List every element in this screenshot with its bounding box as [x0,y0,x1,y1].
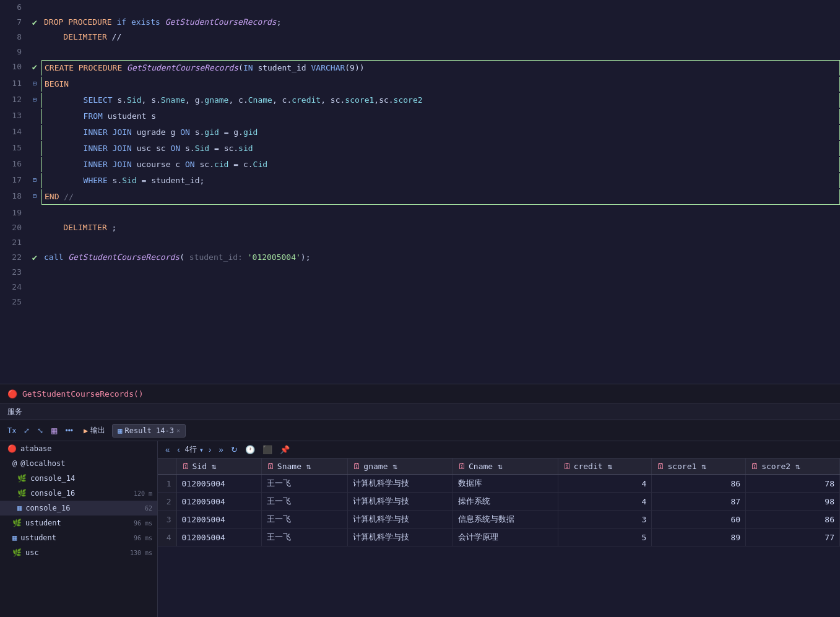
line-num-21: 21 [0,236,28,249]
sidebar-item-usc[interactable]: 🌿 usc 130 ms [0,545,157,560]
th-score2[interactable]: 🗓score2 ⇅ [746,459,840,475]
cell-sid: 012005004 [176,511,261,529]
leaf-icon-14: 🌿 [17,474,27,483]
cell-gname: 计算机科学与技 [348,529,453,546]
code-line-18: 18 ⊟ END // [0,189,840,205]
more-btn[interactable]: ••• [63,425,76,436]
result-toolbar: « ‹ 4行 ▾ › » ↻ 🕐 ⬛ 📌 [158,441,840,459]
line-content-11: BEGIN [41,77,840,92]
table-row: 1 012005004 王一飞 计算机科学与技 数据库 4 86 78 [158,475,840,493]
cell-cname: 会计学原理 [452,529,558,546]
first-page-btn[interactable]: « [163,444,172,455]
tab-result[interactable]: ▦ Result 14-3 ✕ [112,424,186,438]
line-content-16: INNER JOIN ucourse c ON sc.cid = c.Cid [41,157,840,172]
cell-cname: 操作系统 [452,493,558,511]
collapse-btn[interactable]: ⤡ [35,425,46,436]
services-label: 服务 [7,407,22,416]
cell-sid: 012005004 [176,475,261,493]
sidebar-item-console14[interactable]: 🌿 console_14 [0,471,157,486]
cell-gname: 计算机科学与技 [348,511,453,529]
code-line-6: 6 [0,0,840,15]
result-table: 🗓Sid ⇅ 🗓Sname ⇅ 🗓gname ⇅ 🗓Cname ⇅ 🗓credi… [158,459,840,546]
panel-icon: 🔴 [7,389,17,399]
grid-btn[interactable]: ▦ [48,425,60,436]
line-content-14: INNER JOIN ugrade g ON s.gid = g.gid [41,125,840,140]
line-num-8: 8 [0,30,28,44]
toolbar: Tx ⤢ ⤡ ▦ ••• ▶ 输出 ▦ Result 14-3 ✕ [0,420,840,441]
expand-btn[interactable]: ⤢ [21,425,32,436]
sidebar-label-ustudent-leaf: ustudent [25,519,61,527]
cell-gname: 计算机科学与技 [348,493,453,511]
table-row: 4 012005004 王一飞 计算机科学与技 会计学原理 5 89 77 [158,529,840,546]
cell-rownum: 1 [158,475,176,493]
sidebar-item-ustudent-leaf[interactable]: 🌿 ustudent 96 ms [0,516,157,530]
line-content-15: INNER JOIN usc sc ON s.Sid = sc.sid [41,141,840,156]
sidebar-label-localhost: @localhost [20,459,65,468]
line-num-17: 17 [0,173,28,187]
code-line-7: 7 ✔ DROP PROCEDURE if exists GetStudentC… [0,15,840,30]
badge-console16a: 120 m [134,490,152,497]
line-icon-11: ⊟ [28,77,41,90]
code-line-8: 8 DELIMITER // [0,30,840,45]
leaf-icon-16a: 🌿 [17,489,27,498]
line-num-24: 24 [0,280,28,294]
nav-controls: « ‹ 4行 ▾ › » ↻ 🕐 ⬛ 📌 [163,444,292,455]
bottom-panel: 🔴 GetStudentCourseRecords() 服务 Tx ⤢ ⤡ ▦ … [0,384,840,617]
table-icon-ustudent: ▦ [12,533,17,542]
output-icon: ▶ [84,426,88,435]
cell-sname: 王一飞 [261,475,347,493]
th-rownum [158,459,176,475]
th-sid[interactable]: 🗓Sid ⇅ [176,459,261,475]
tab-output[interactable]: ▶ 输出 [78,423,111,438]
next-page-btn[interactable]: › [206,444,214,455]
line-num-7: 7 [0,15,28,29]
line-num-18: 18 [0,189,28,203]
cell-credit: 4 [558,475,652,493]
row-count-dropdown[interactable]: ▾ [199,446,204,454]
line-content-12: SELECT s.Sid, s.Sname, g.gname, c.Cname,… [41,93,840,108]
cell-score2: 98 [746,493,840,511]
code-line-12: 12 ⊟ SELECT s.Sid, s.Sname, g.gname, c.C… [0,92,840,108]
th-score1[interactable]: 🗓score1 ⇅ [652,459,746,475]
th-gname[interactable]: 🗓gname ⇅ [348,459,453,475]
sidebar-item-ustudent-table[interactable]: ▦ ustudent 96 ms [0,530,157,545]
th-credit[interactable]: 🗓credit ⇅ [558,459,652,475]
table-body: 1 012005004 王一飞 计算机科学与技 数据库 4 86 78 2 01… [158,475,840,546]
prev-page-btn[interactable]: ‹ [175,444,182,455]
pin-btn[interactable]: 📌 [277,444,292,455]
code-line-23: 23 [0,265,840,280]
line-icon-12: ⊟ [28,93,41,106]
cell-score1: 89 [652,529,746,546]
line-num-14: 14 [0,125,28,139]
sidebar-item-database[interactable]: 🔴 atabase [0,441,157,456]
cell-sname: 王一飞 [261,493,347,511]
cell-score1: 60 [652,511,746,529]
last-page-btn[interactable]: » [216,444,225,455]
line-num-6: 6 [0,1,28,14]
leaf-icon-usc: 🌿 [12,548,22,557]
line-num-12: 12 [0,93,28,106]
sidebar-label-console16a: console_16 [30,489,75,498]
badge-console16b: 62 [145,505,152,512]
th-sname[interactable]: 🗓Sname ⇅ [261,459,347,475]
services-bar: 服务 [0,404,840,420]
tab-close-btn[interactable]: ✕ [176,427,180,434]
sidebar-label-database: atabase [20,444,52,453]
sidebar-item-localhost[interactable]: @ @localhost [0,456,157,471]
sidebar-item-console16a[interactable]: 🌿 console_16 120 m [0,486,157,501]
at-icon: @ [12,459,17,468]
editor-area: 6 7 ✔ DROP PROCEDURE if exists GetStuden… [0,0,840,384]
line-content-20: DELIMITER ; [41,221,840,235]
cell-rownum: 2 [158,493,176,511]
sidebar-item-console16b[interactable]: ▦ console_16 62 [0,501,157,516]
badge-usc: 130 ms [130,550,152,556]
stop-btn[interactable]: ⬛ [260,444,275,455]
refresh-btn[interactable]: ↻ [228,444,240,455]
sidebar-label-usc: usc [25,548,39,557]
line-num-9: 9 [0,45,28,59]
line-content-10: CREATE PROCEDURE GetStudentCourseRecords… [41,60,840,76]
line-content-18: END // [41,189,840,205]
th-cname[interactable]: 🗓Cname ⇅ [452,459,558,475]
history-btn[interactable]: 🕐 [243,444,258,455]
tx-button[interactable]: Tx [5,425,19,436]
